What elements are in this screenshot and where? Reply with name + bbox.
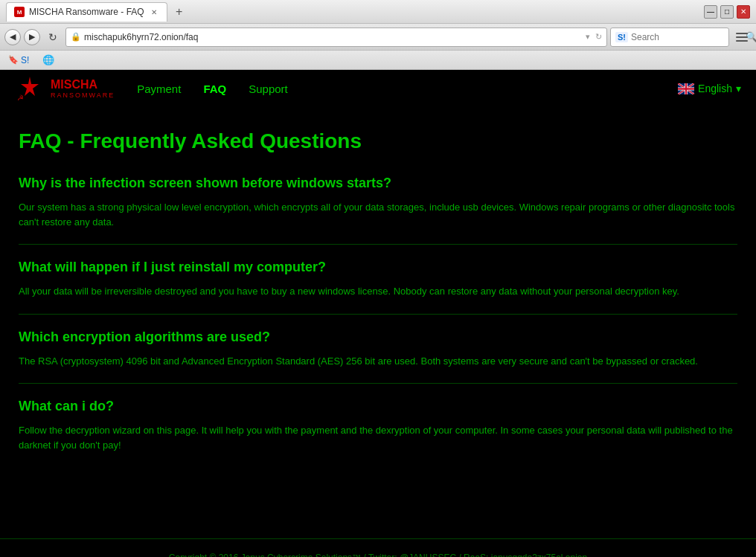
faq-question-2: What will happen if I just reinstall my … [19, 260, 737, 275]
search-engine-icon: S! [615, 32, 628, 42]
tab-favicon: M [14, 7, 25, 17]
nav-support[interactable]: Support [249, 83, 288, 95]
faq-question-4: What can i do? [19, 399, 737, 414]
address-bar[interactable]: 🔒 ▾ ↻ [65, 28, 607, 47]
faq-item-3: Which encryption algorithms are used? Th… [19, 329, 737, 384]
search-bar[interactable]: S! 🔍 [610, 28, 729, 47]
window-controls: — □ ✕ [704, 5, 750, 19]
logo-text: MISCHA RANSOMWARE [51, 78, 115, 99]
faq-answer-2: All your data will be irreversible destr… [19, 284, 737, 299]
bookmark-label: S! [21, 55, 29, 65]
maximize-button[interactable]: □ [720, 5, 734, 19]
language-selector[interactable]: English ▾ [678, 83, 741, 94]
lock-icon: 🔒 [71, 32, 81, 42]
site-content: FAQ - Frequently Asked Questions Why is … [0, 107, 756, 538]
close-button[interactable]: ✕ [737, 5, 750, 19]
back-button[interactable]: ◀ [4, 29, 21, 45]
nav-faq[interactable]: FAQ [203, 83, 226, 95]
search-input[interactable] [631, 32, 743, 42]
faq-question-3: Which encryption algorithms are used? [19, 329, 737, 345]
hamburger-line [736, 36, 748, 38]
active-tab[interactable]: M MISCHA Ransomware - FAQ ✕ [6, 2, 167, 22]
footer-text: Copyright © 2016 Janus Cybercrime Soluti… [169, 553, 587, 557]
address-bar-controls: ▾ ↻ [586, 32, 602, 42]
flag-icon [678, 83, 694, 94]
globe-icon: 🌐 [42, 54, 54, 65]
bookmark-item[interactable]: 🔖 S! [4, 54, 33, 67]
logo-svg: ☭ [15, 74, 45, 103]
dropdown-chevron: ▾ [736, 83, 741, 94]
hamburger-line [736, 40, 748, 42]
browser-toolbar: ◀ ▶ ↻ 🔒 ▾ ↻ S! 🔍 [0, 24, 756, 51]
tab-close-button[interactable]: ✕ [149, 7, 159, 17]
forward-button[interactable]: ▶ [24, 29, 40, 45]
new-tab-button[interactable]: + [170, 3, 188, 21]
faq-answer-1: Our system has a strong physical low lev… [19, 200, 737, 229]
bookmarks-bar: 🔖 S! 🌐 [0, 51, 756, 70]
site-footer: Copyright © 2016 Janus Cybercrime Soluti… [0, 538, 756, 557]
tab-title: MISCHA Ransomware - FAQ [29, 7, 144, 17]
menu-button[interactable] [732, 28, 752, 47]
site-nav: ☭ MISCHA RANSOMWARE Payment FAQ Support … [0, 70, 756, 107]
faq-answer-4: Follow the decryption wizard on this pag… [19, 423, 737, 452]
svg-text:☭: ☭ [17, 94, 24, 102]
faq-item-1: Why is the infection screen shown before… [19, 176, 737, 245]
faq-item-4: What can i do? Follow the decryption wiz… [19, 399, 737, 467]
faq-question-1: Why is the infection screen shown before… [19, 176, 737, 191]
faq-answer-3: The RSA (cryptosystem) 4096 bit and Adva… [19, 354, 737, 369]
nav-payment[interactable]: Payment [137, 83, 181, 95]
titlebar: M MISCHA Ransomware - FAQ ✕ + — □ ✕ [0, 0, 756, 24]
faq-item-2: What will happen if I just reinstall my … [19, 260, 737, 315]
refresh-icon[interactable]: ↻ [595, 32, 602, 42]
url-input[interactable] [84, 32, 583, 42]
hamburger-line [736, 33, 748, 34]
bookmark-globe[interactable]: 🌐 [39, 53, 58, 67]
site-logo: ☭ MISCHA RANSOMWARE [15, 74, 115, 103]
page-title: FAQ - Frequently Asked Questions [19, 129, 737, 153]
bookmark-icon: 🔖 [8, 55, 19, 65]
tabs-area: M MISCHA Ransomware - FAQ ✕ + [6, 2, 704, 22]
dropdown-arrow[interactable]: ▾ [586, 32, 590, 42]
language-label: English [698, 83, 732, 94]
reload-button[interactable]: ↻ [43, 28, 63, 47]
minimize-button[interactable]: — [704, 5, 717, 19]
